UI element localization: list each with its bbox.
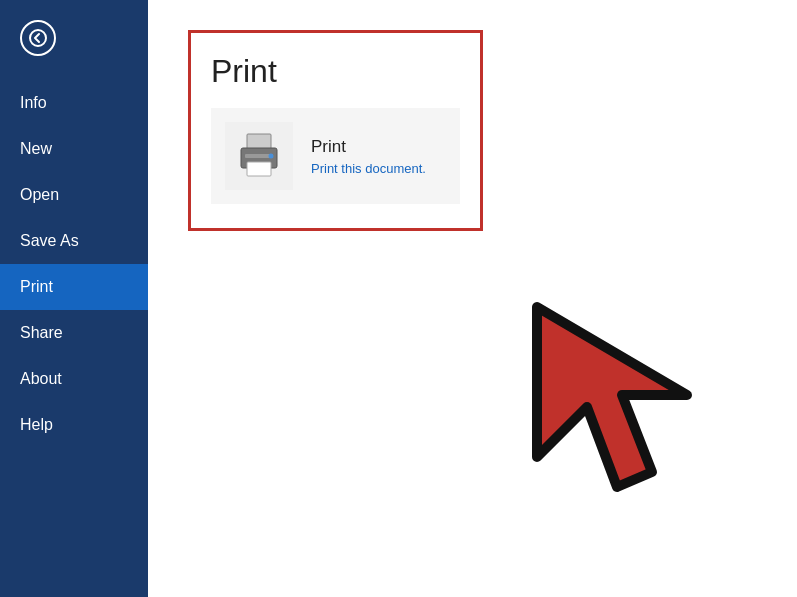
print-card-body[interactable]: Print Print this document.	[211, 108, 460, 204]
nav-menu: Info New Open Save As Print Share About …	[0, 80, 148, 448]
print-card: Print Print Print	[188, 30, 483, 231]
svg-marker-6	[537, 307, 687, 487]
sidebar-item-share[interactable]: Share	[0, 310, 148, 356]
sidebar-item-save-as[interactable]: Save As	[0, 218, 148, 264]
sidebar-item-about[interactable]: About	[0, 356, 148, 402]
sidebar-item-open[interactable]: Open	[0, 172, 148, 218]
printer-icon	[225, 122, 293, 190]
print-action-desc: Print this document.	[311, 161, 426, 176]
sidebar-item-help[interactable]: Help	[0, 402, 148, 448]
sidebar: Info New Open Save As Print Share About …	[0, 0, 148, 597]
svg-rect-3	[247, 162, 271, 176]
svg-point-5	[269, 154, 274, 159]
svg-point-0	[30, 30, 46, 46]
print-action-label: Print	[311, 137, 426, 157]
back-icon	[20, 20, 56, 56]
main-content: Print Print Print	[148, 0, 797, 597]
sidebar-item-new[interactable]: New	[0, 126, 148, 172]
print-card-text: Print Print this document.	[311, 137, 426, 176]
cursor-arrow	[507, 287, 767, 567]
sidebar-item-info[interactable]: Info	[0, 80, 148, 126]
sidebar-item-print[interactable]: Print	[0, 264, 148, 310]
print-card-title: Print	[211, 53, 460, 90]
back-button[interactable]	[10, 10, 66, 66]
